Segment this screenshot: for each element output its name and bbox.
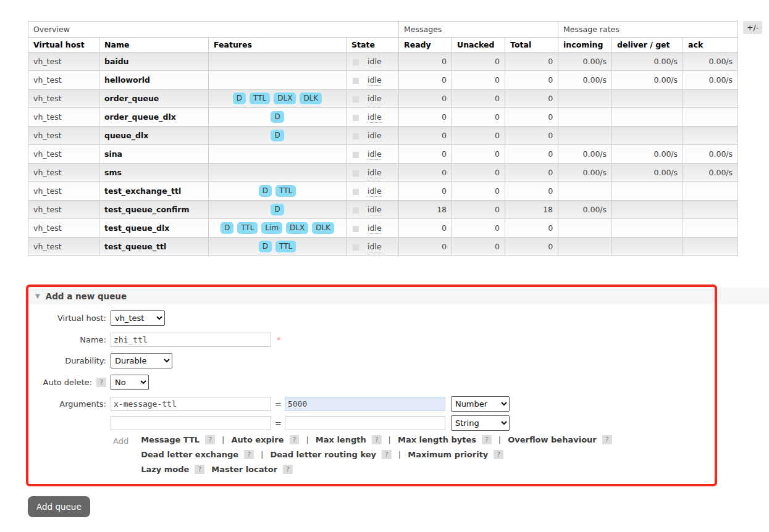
argument-link[interactable]: Maximum priority xyxy=(408,450,488,459)
state-label: idle xyxy=(368,149,382,160)
durability-select[interactable]: Durable xyxy=(111,353,172,368)
queue-name-link[interactable]: baidu xyxy=(99,52,209,71)
state-label: idle xyxy=(368,186,382,197)
vhost-cell: vh_test xyxy=(28,127,99,145)
features-cell: DTTL xyxy=(209,182,347,201)
state-label: idle xyxy=(368,112,382,123)
queue-row: vh_testhelloworldidle0000.00/s0.00/s0.00… xyxy=(28,71,738,89)
argument-value-input[interactable] xyxy=(285,416,445,430)
argument-links: Message TTL?|Auto expire?|Max length?|Ma… xyxy=(141,435,618,480)
help-icon[interactable]: ? xyxy=(372,435,382,444)
col-ready[interactable]: Ready xyxy=(399,38,452,52)
virtual-host-select[interactable]: vh_test xyxy=(111,310,165,326)
help-icon[interactable]: ? xyxy=(283,465,293,474)
deliver-get-cell xyxy=(612,219,683,238)
ready-cell: 0 xyxy=(399,219,452,238)
ready-cell: 0 xyxy=(399,71,452,89)
queue-name-link[interactable]: order_queue_dlx xyxy=(99,108,209,127)
col-unacked[interactable]: Unacked xyxy=(452,38,505,52)
col-virtual-host[interactable]: Virtual host xyxy=(28,38,99,52)
argument-link[interactable]: Max length xyxy=(316,435,366,444)
state-indicator xyxy=(353,115,359,121)
help-icon[interactable]: ? xyxy=(205,435,215,444)
argument-type-select[interactable]: Number xyxy=(451,396,510,412)
incoming-cell: 0.00/s xyxy=(558,201,612,219)
help-icon[interactable]: ? xyxy=(195,465,204,474)
separator: | xyxy=(306,435,308,444)
argument-link[interactable]: Lazy mode xyxy=(141,465,189,474)
queue-name-link[interactable]: sina xyxy=(99,145,209,164)
argument-value-input[interactable] xyxy=(285,397,445,411)
queue-name-link[interactable]: order_queue xyxy=(99,89,209,108)
deliver-get-cell: 0.00/s xyxy=(612,145,683,164)
ready-cell: 18 xyxy=(399,201,452,219)
ready-cell: 0 xyxy=(399,52,452,71)
deliver-get-cell: 0.00/s xyxy=(612,164,683,182)
queue-name-link[interactable]: helloworld xyxy=(99,71,209,89)
incoming-cell: 0.00/s xyxy=(558,52,612,71)
help-icon[interactable]: ? xyxy=(494,450,503,459)
col-state[interactable]: State xyxy=(347,38,399,52)
vhost-cell: vh_test xyxy=(28,108,99,127)
argument-link[interactable]: Message TTL xyxy=(141,435,200,444)
col-deliver-get[interactable]: deliver / get xyxy=(612,38,683,52)
state-indicator xyxy=(353,96,359,102)
argument-key-input[interactable] xyxy=(111,397,271,411)
add-queue-button[interactable]: Add queue xyxy=(28,496,90,517)
queue-row: vh_testqueue_dlxDidle000 xyxy=(28,127,738,145)
feature-badge-ttl: TTL xyxy=(237,222,258,234)
ready-cell: 0 xyxy=(399,164,452,182)
help-icon[interactable]: ? xyxy=(244,450,254,459)
queue-name-link[interactable]: test_queue_dlx xyxy=(99,219,209,238)
unacked-cell: 0 xyxy=(452,164,505,182)
state-cell: idle xyxy=(347,71,399,89)
argument-shortcuts-row: Add Message TTL?|Auto expire?|Max length… xyxy=(28,435,619,480)
state-cell: idle xyxy=(347,219,399,238)
help-icon[interactable]: ? xyxy=(382,450,392,459)
col-total[interactable]: Total xyxy=(505,38,558,52)
features-cell: DTTLLimDLXDLK xyxy=(209,219,347,238)
col-ack[interactable]: ack xyxy=(683,38,738,52)
state-cell: idle xyxy=(347,182,399,201)
add-label: Add xyxy=(113,435,128,446)
argument-link[interactable]: Auto expire xyxy=(231,435,284,444)
queue-row: vh_testsmsidle0000.00/s0.00/s0.00/s xyxy=(28,164,738,182)
ack-cell: 0.00/s xyxy=(683,52,738,71)
queue-name-input[interactable] xyxy=(111,333,271,347)
ready-cell: 0 xyxy=(399,108,452,127)
queue-row: vh_testorder_queueDTTLDLXDLKidle000 xyxy=(28,89,738,108)
deliver-get-cell xyxy=(612,201,683,219)
feature-badge-ttl: TTL xyxy=(275,241,296,252)
column-toggle-button[interactable]: +/- xyxy=(743,21,762,34)
queue-row: vh_testbaiduidle0000.00/s0.00/s0.00/s xyxy=(28,52,738,71)
queue-name-link[interactable]: test_queue_ttl xyxy=(99,238,209,256)
argument-key-input[interactable] xyxy=(111,416,271,430)
queue-name-link[interactable]: test_exchange_ttl xyxy=(99,182,209,201)
col-features[interactable]: Features xyxy=(209,38,347,52)
help-icon[interactable]: ? xyxy=(96,378,106,387)
features-cell: D xyxy=(209,201,347,219)
help-icon[interactable]: ? xyxy=(602,435,612,444)
argument-link[interactable]: Master locator xyxy=(211,465,277,474)
argument-link[interactable]: Max length bytes xyxy=(398,435,476,444)
queue-name-link[interactable]: queue_dlx xyxy=(99,127,209,145)
argument-type-select[interactable]: String xyxy=(451,415,510,431)
section-title: Add a new queue xyxy=(46,291,127,301)
argument-link[interactable]: Dead letter exchange xyxy=(141,450,238,459)
queue-name-link[interactable]: test_queue_confirm xyxy=(99,201,209,219)
feature-badge-ttl: TTL xyxy=(250,93,270,104)
help-icon[interactable]: ? xyxy=(482,435,492,444)
queues-page: +/- Overview Messages Message rates Virt… xyxy=(0,0,769,532)
help-icon[interactable]: ? xyxy=(290,435,300,444)
auto-delete-select[interactable]: No xyxy=(111,375,149,390)
col-incoming[interactable]: incoming xyxy=(558,38,612,52)
col-name[interactable]: Name xyxy=(99,38,209,52)
argument-link[interactable]: Overflow behaviour xyxy=(508,435,597,444)
queue-name-link[interactable]: sms xyxy=(99,164,209,182)
group-header-message-rates: Message rates xyxy=(558,22,738,38)
argument-link[interactable]: Dead letter routing key xyxy=(270,450,376,459)
add-queue-section-header[interactable]: ▼ Add a new queue xyxy=(28,288,769,304)
state-indicator xyxy=(353,59,359,65)
separator: | xyxy=(261,450,263,459)
vhost-cell: vh_test xyxy=(28,89,99,108)
